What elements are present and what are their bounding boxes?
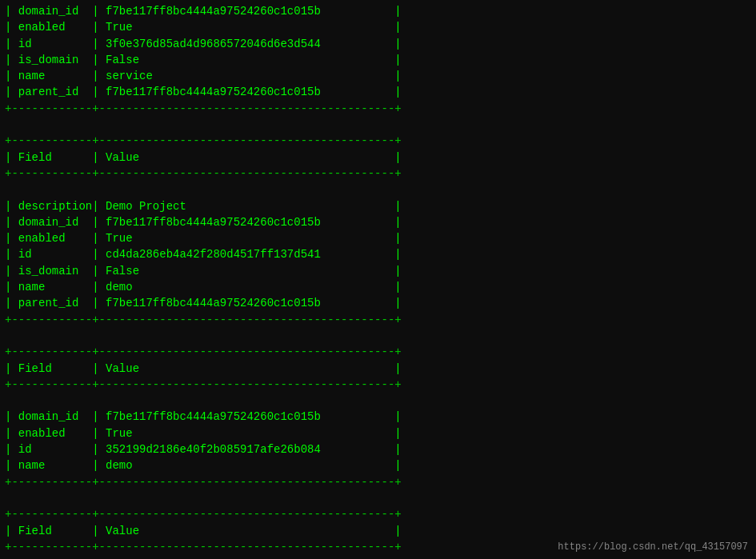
- terminal-line: +------------+--------------------------…: [5, 377, 751, 393]
- terminal-line: | parent_id | f7be117ff8bc4444a97524260c…: [5, 84, 751, 100]
- terminal-line: | enabled | True |: [5, 19, 751, 35]
- terminal-line: | Field | Value |: [5, 361, 751, 377]
- terminal-line: | description| Demo Project |: [5, 198, 751, 214]
- terminal-line: +------------+--------------------------…: [5, 506, 751, 522]
- terminal-line: | id | 352199d2186e40f2b085917afe26b084 …: [5, 441, 751, 457]
- terminal-line: | enabled | True |: [5, 230, 751, 246]
- terminal-line: | is_domain | False |: [5, 263, 751, 279]
- terminal-line: | name | demo |: [5, 457, 751, 473]
- terminal: | domain_id | f7be117ff8bc4444a97524260c…: [0, 0, 756, 559]
- terminal-line: [5, 117, 751, 133]
- terminal-line: [5, 182, 751, 198]
- terminal-line: [5, 393, 751, 409]
- terminal-line: +------------+--------------------------…: [5, 101, 751, 117]
- terminal-line: [5, 555, 751, 559]
- terminal-line: | Field | Value |: [5, 523, 751, 539]
- watermark: https://blog.csdn.net/qq_43157097: [558, 541, 748, 553]
- terminal-line: | domain_id | f7be117ff8bc4444a97524260c…: [5, 409, 751, 425]
- terminal-line: | domain_id | f7be117ff8bc4444a97524260c…: [5, 3, 751, 19]
- terminal-line: +------------+--------------------------…: [5, 312, 751, 328]
- terminal-line: | is_domain | False |: [5, 52, 751, 68]
- terminal-line: | domain_id | f7be117ff8bc4444a97524260c…: [5, 214, 751, 230]
- terminal-line: [5, 490, 751, 506]
- terminal-line: +------------+--------------------------…: [5, 133, 751, 149]
- terminal-line: | enabled | True |: [5, 425, 751, 441]
- terminal-line: +------------+--------------------------…: [5, 344, 751, 360]
- terminal-line: +------------+--------------------------…: [5, 474, 751, 490]
- terminal-line: | name | service |: [5, 68, 751, 84]
- terminal-line: | id | cd4da286eb4a42f280d4517ff137d541 …: [5, 246, 751, 262]
- terminal-line: [5, 328, 751, 344]
- terminal-line: | name | demo |: [5, 279, 751, 295]
- terminal-line: +------------+--------------------------…: [5, 166, 751, 182]
- terminal-line: | id | 3f0e376d85ad4d9686572046d6e3d544 …: [5, 36, 751, 52]
- terminal-line: | parent_id | f7be117ff8bc4444a97524260c…: [5, 295, 751, 311]
- terminal-line: | Field | Value |: [5, 150, 751, 166]
